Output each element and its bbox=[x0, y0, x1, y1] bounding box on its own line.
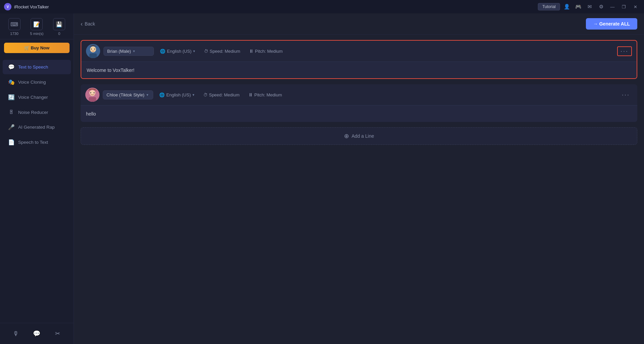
user-icon[interactable]: 👤 bbox=[562, 2, 571, 11]
ai-rap-icon: 🎤 bbox=[8, 124, 15, 130]
voice-pitch-1: ⏸ Pitch: Medium bbox=[246, 47, 285, 55]
voice-text-input-1[interactable] bbox=[81, 61, 637, 78]
buy-now-button[interactable]: 🛒 Buy Now bbox=[4, 43, 70, 53]
sidebar-stats: ⌨ 1730 📝 5 min(s) 💾 0 bbox=[0, 13, 74, 39]
svg-point-4 bbox=[94, 49, 95, 50]
sidebar-item-ai-generated-rap[interactable]: 🎤 AI Generated Rap bbox=[3, 120, 71, 134]
voice-lang-1[interactable]: 🌐 English (US) ▾ bbox=[157, 47, 198, 55]
pitch-icon-2: ⏸ bbox=[248, 92, 253, 97]
svg-point-3 bbox=[91, 49, 92, 50]
brian-avatar bbox=[86, 44, 100, 58]
voice-changer-icon: 🔄 bbox=[8, 94, 15, 100]
back-arrow-icon: ‹ bbox=[81, 20, 83, 28]
characters-icon: ⌨ bbox=[8, 18, 20, 30]
voice-name-chevron-2: ▾ bbox=[146, 93, 148, 97]
sidebar-item-noise-reducer[interactable]: 🎚 Noise Reducer bbox=[3, 105, 71, 119]
voice-text-input-2[interactable] bbox=[81, 105, 637, 122]
speed-label-2: Speed: Medium bbox=[209, 92, 240, 97]
characters-value: 1730 bbox=[10, 32, 18, 36]
pitch-icon-1: ⏸ bbox=[249, 48, 254, 54]
lang-chevron-1: ▾ bbox=[193, 49, 195, 53]
svg-rect-7 bbox=[89, 97, 96, 102]
text-to-speech-icon: 💬 bbox=[8, 64, 15, 70]
sidebar-item-label: AI Generated Rap bbox=[18, 125, 55, 130]
app-logo: V bbox=[4, 3, 11, 10]
back-label: Back bbox=[85, 21, 95, 27]
stat-files: 💾 0 bbox=[53, 18, 65, 36]
settings-icon[interactable]: ⚙ bbox=[596, 2, 606, 11]
svg-point-9 bbox=[94, 92, 95, 93]
voice-name-dropdown-1[interactable]: Brian (Male) ▾ bbox=[103, 47, 154, 56]
voice-lang-label-1: English (US) bbox=[167, 49, 191, 54]
voice-line-1-header: Brian (Male) ▾ 🌐 English (US) ▾ ⏱ Speed:… bbox=[81, 41, 637, 61]
sidebar-item-label: Voice Changer bbox=[18, 95, 48, 100]
sidebar-item-text-to-speech[interactable]: 💬 Text to Speech bbox=[3, 60, 71, 74]
lang-chevron-2: ▾ bbox=[192, 93, 195, 97]
more-options-button-2[interactable]: ··· bbox=[619, 90, 633, 100]
minutes-value: 5 min(s) bbox=[30, 32, 44, 36]
svg-point-10 bbox=[89, 94, 91, 95]
pitch-label-2: Pitch: Medium bbox=[254, 92, 282, 97]
chat-icon[interactable]: 💬 bbox=[31, 328, 42, 339]
more-options-button-1[interactable]: ··· bbox=[617, 46, 632, 56]
title-bar-right: Tutorial 👤 🎮 ✉ ⚙ — ❐ ✕ bbox=[538, 2, 640, 11]
speed-icon-2: ⏱ bbox=[203, 92, 208, 97]
generate-all-button[interactable]: → Generate ALL bbox=[586, 18, 637, 30]
voice-lines-container: Brian (Male) ▾ 🌐 English (US) ▾ ⏱ Speed:… bbox=[74, 35, 644, 344]
title-bar: V iRocket VoxTalker Tutorial 👤 🎮 ✉ ⚙ — ❐… bbox=[0, 0, 644, 13]
voice-name-2: Chloe (Tiktok Style) bbox=[106, 92, 144, 97]
svg-point-8 bbox=[90, 92, 91, 93]
svg-point-6 bbox=[89, 90, 95, 96]
sidebar-item-label: Speech to Text bbox=[18, 140, 48, 145]
voice-name-chevron-1: ▾ bbox=[133, 49, 135, 53]
svg-point-1 bbox=[90, 46, 96, 52]
voice-name-1: Brian (Male) bbox=[107, 49, 131, 54]
sidebar-item-voice-cloning[interactable]: 🎭 Voice Cloning bbox=[3, 75, 71, 89]
title-bar-left: V iRocket VoxTalker bbox=[4, 3, 49, 10]
content-area: ‹ Back → Generate ALL bbox=[74, 13, 644, 344]
mail-icon[interactable]: ✉ bbox=[585, 2, 594, 11]
files-value: 0 bbox=[58, 32, 60, 36]
content-header: ‹ Back → Generate ALL bbox=[74, 13, 644, 35]
scissors-icon[interactable]: ✂ bbox=[52, 328, 63, 339]
globe-icon-1: 🌐 bbox=[160, 49, 165, 54]
svg-point-11 bbox=[94, 94, 96, 95]
speed-label-1: Speed: Medium bbox=[210, 49, 240, 54]
stat-minutes: 📝 5 min(s) bbox=[30, 18, 44, 36]
close-button[interactable]: ✕ bbox=[631, 2, 640, 11]
files-icon: 💾 bbox=[53, 18, 65, 30]
voice-lang-2[interactable]: 🌐 English (US) ▾ bbox=[157, 91, 197, 99]
voice-name-dropdown-2[interactable]: Chloe (Tiktok Style) ▾ bbox=[103, 90, 153, 99]
add-line-button[interactable]: ⊕ Add a Line bbox=[81, 127, 637, 145]
add-line-label: Add a Line bbox=[352, 133, 374, 139]
svg-rect-2 bbox=[89, 53, 97, 58]
add-line-icon: ⊕ bbox=[344, 132, 349, 140]
voice-cloning-icon: 🎭 bbox=[8, 79, 15, 85]
app-title: iRocket VoxTalker bbox=[14, 4, 49, 9]
sidebar-item-label: Noise Reducer bbox=[18, 110, 48, 115]
voice-lang-label-2: English (US) bbox=[166, 92, 191, 97]
noise-reducer-icon: 🎚 bbox=[8, 109, 15, 115]
sidebar-item-label: Voice Cloning bbox=[18, 80, 46, 85]
microphone-icon[interactable]: 🎙 bbox=[10, 328, 22, 339]
speech-to-text-icon: 📄 bbox=[8, 139, 15, 145]
minimize-button[interactable]: — bbox=[608, 2, 617, 11]
voice-speed-2: ⏱ Speed: Medium bbox=[201, 91, 242, 99]
discord-icon[interactable]: 🎮 bbox=[573, 2, 583, 11]
sidebar-item-speech-to-text[interactable]: 📄 Speech to Text bbox=[3, 135, 71, 149]
sidebar-nav: 💬 Text to Speech 🎭 Voice Cloning 🔄 Voice… bbox=[0, 56, 74, 323]
sidebar-item-label: Text to Speech bbox=[18, 64, 48, 70]
sidebar-bottom: 🎙 💬 ✂ bbox=[0, 323, 74, 344]
voice-line-1: Brian (Male) ▾ 🌐 English (US) ▾ ⏱ Speed:… bbox=[81, 40, 637, 79]
sidebar-item-voice-changer[interactable]: 🔄 Voice Changer bbox=[3, 90, 71, 104]
tutorial-button[interactable]: Tutorial bbox=[538, 3, 560, 10]
back-button[interactable]: ‹ Back bbox=[81, 20, 95, 28]
main-layout: ⌨ 1730 📝 5 min(s) 💾 0 🛒 Buy Now 💬 Text t… bbox=[0, 13, 644, 344]
pitch-label-1: Pitch: Medium bbox=[255, 49, 283, 54]
maximize-button[interactable]: ❐ bbox=[619, 2, 629, 11]
voice-speed-1: ⏱ Speed: Medium bbox=[201, 47, 243, 55]
voice-pitch-2: ⏸ Pitch: Medium bbox=[246, 90, 285, 99]
globe-icon-2: 🌐 bbox=[159, 92, 165, 97]
voice-line-2-header: Chloe (Tiktok Style) ▾ 🌐 English (US) ▾ … bbox=[81, 84, 637, 105]
chloe-avatar bbox=[85, 88, 99, 102]
